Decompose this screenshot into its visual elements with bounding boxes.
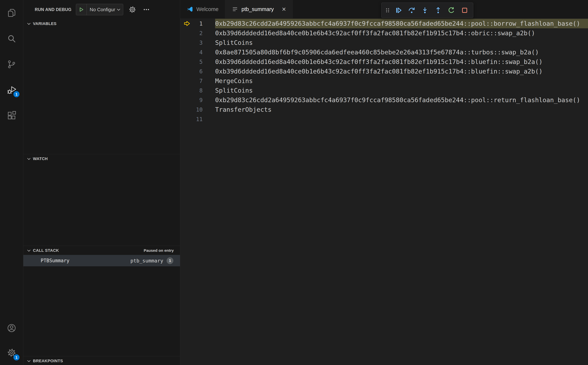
activity-item-source-control[interactable] <box>0 51 23 77</box>
line-text: 0x8ae871505a80d8bf6bf9c05906cda6edfeea46… <box>215 47 588 57</box>
step-out-button[interactable] <box>432 4 445 17</box>
line-text: MergeCoins <box>215 76 588 86</box>
activity-item-manage[interactable]: 1 <box>0 340 23 365</box>
code-editor[interactable]: 1 0xb29d83c26cdd2a64959263abbcfc4a6937f0… <box>180 18 588 365</box>
step-over-icon <box>408 7 415 14</box>
ellipsis-icon <box>143 6 150 13</box>
line-number: 3 <box>191 40 203 46</box>
chevron-down-icon <box>26 358 31 364</box>
line-number: 8 <box>191 87 203 94</box>
debug-badge: 1 <box>13 91 20 98</box>
line-text: SplitCoins <box>215 38 588 47</box>
source-control-icon <box>7 60 16 69</box>
chevron-down-icon <box>26 248 31 253</box>
code-line[interactable]: 8 SplitCoins <box>180 86 588 95</box>
editor-area: Welcome ptb_summary × <box>180 0 588 365</box>
stack-frame-row[interactable]: PTBSummary ptb_summary 1 <box>23 255 180 266</box>
step-into-button[interactable] <box>418 4 432 17</box>
sidebar-header: RUN AND DEBUG No Configur <box>23 0 180 19</box>
activity-item-accounts[interactable] <box>0 316 23 340</box>
code-line[interactable]: 6 0xb39d6dddedd16ed8a40ce0b1e6b43c92acf0… <box>180 67 588 76</box>
breakpoint-gutter[interactable] <box>180 67 191 76</box>
stop-button[interactable] <box>458 4 471 17</box>
breakpoint-gutter[interactable] <box>180 47 191 57</box>
debug-toolbar <box>381 3 473 18</box>
search-icon <box>7 34 16 43</box>
debug-settings-button[interactable] <box>128 5 137 14</box>
call-stack-section: CALL STACK Paused on entry PTBSummary pt… <box>23 246 180 356</box>
tab-label: Welcome <box>196 6 219 12</box>
manage-badge: 1 <box>13 354 20 361</box>
step-into-icon <box>421 7 428 14</box>
variables-section: VARIABLES <box>23 19 180 154</box>
watch-section-header[interactable]: WATCH <box>23 154 180 163</box>
files-icon <box>7 8 16 18</box>
call-stack-section-label: CALL STACK <box>33 248 59 253</box>
breakpoints-section-header[interactable]: BREAKPOINTS <box>23 356 180 365</box>
code-line[interactable]: 7 MergeCoins <box>180 76 588 86</box>
restart-button[interactable] <box>445 4 458 17</box>
start-debugging-button[interactable] <box>76 4 87 15</box>
breakpoints-section-label: BREAKPOINTS <box>33 358 63 363</box>
line-text: TransferObjects <box>215 105 588 114</box>
line-text: SplitCoins <box>215 86 588 95</box>
line-number: 11 <box>191 116 203 122</box>
breakpoint-gutter[interactable] <box>180 95 191 105</box>
breakpoint-gutter[interactable] <box>180 114 191 124</box>
activity-item-search[interactable] <box>0 26 23 51</box>
gear-icon <box>128 6 136 14</box>
line-number: 1 <box>191 21 203 27</box>
activity-item-explorer[interactable] <box>0 0 23 26</box>
chevron-down-icon <box>116 7 121 12</box>
close-tab-icon[interactable]: × <box>282 6 286 13</box>
code-line[interactable]: 11 <box>180 114 588 124</box>
breakpoint-gutter[interactable] <box>180 19 191 28</box>
line-number: 6 <box>191 68 203 75</box>
activity-item-extensions[interactable] <box>0 103 23 129</box>
code-line[interactable]: 2 0xb39d6dddedd16ed8a40ce0b1e6b43c92acf0… <box>180 28 588 38</box>
breakpoint-gutter[interactable] <box>180 76 191 86</box>
editor-lines: 1 0xb29d83c26cdd2a64959263abbcfc4a6937f0… <box>180 19 588 124</box>
activity-bar: 1 <box>0 0 23 365</box>
line-text: 0xb39d6dddedd16ed8a40ce0b1e6b43c92acf0ff… <box>215 28 588 38</box>
code-line[interactable]: 9 0xb29d83c26cdd2a64959263abbcfc4a6937f0… <box>180 95 588 105</box>
toolbar-drag-handle[interactable] <box>383 4 392 17</box>
line-text <box>215 114 588 124</box>
sidebar-title: RUN AND DEBUG <box>35 7 71 12</box>
line-number: 10 <box>191 106 203 113</box>
code-line[interactable]: 10 TransferObjects <box>180 105 588 114</box>
line-text: 0xb29d83c26cdd2a64959263abbcfc4a6937f0c9… <box>215 19 588 28</box>
breakpoint-gutter[interactable] <box>180 86 191 95</box>
gripper-icon <box>384 7 391 14</box>
stack-frame-source: ptb_summary <box>130 258 163 264</box>
file-icon <box>232 6 238 12</box>
continue-button[interactable] <box>392 4 405 17</box>
restart-icon <box>448 7 455 14</box>
config-dropdown-label: No Configur <box>90 7 115 13</box>
breakpoints-section: BREAKPOINTS <box>23 356 180 365</box>
code-line[interactable]: 5 0xb39d6dddedd16ed8a40ce0b1e6b43c92acf0… <box>180 57 588 67</box>
step-over-button[interactable] <box>405 4 418 17</box>
run-and-debug-sidebar: RUN AND DEBUG No Configur <box>23 0 180 365</box>
breakpoint-gutter[interactable] <box>180 105 191 114</box>
variables-section-header[interactable]: VARIABLES <box>23 19 180 28</box>
line-number: 4 <box>191 49 203 56</box>
code-line[interactable]: 4 0x8ae871505a80d8bf6bf9c05906cda6edfeea… <box>180 47 588 57</box>
code-line[interactable]: 1 0xb29d83c26cdd2a64959263abbcfc4a6937f0… <box>180 19 588 28</box>
tab-ptb-summary[interactable]: ptb_summary × <box>225 0 293 18</box>
code-line[interactable]: 3 SplitCoins <box>180 38 588 47</box>
breakpoint-gutter[interactable] <box>180 28 191 38</box>
watch-section: WATCH <box>23 154 180 246</box>
call-stack-section-header[interactable]: CALL STACK Paused on entry <box>23 246 180 255</box>
breakpoint-gutter[interactable] <box>180 38 191 47</box>
variables-section-label: VARIABLES <box>33 21 57 26</box>
step-out-icon <box>435 7 442 14</box>
chevron-down-icon <box>26 21 31 26</box>
tab-welcome[interactable]: Welcome <box>180 0 225 18</box>
breakpoint-gutter[interactable] <box>180 57 191 67</box>
vscode-window: 1 <box>0 0 588 365</box>
config-dropdown[interactable]: No Configur <box>87 7 123 13</box>
debug-current-line-arrow-icon <box>184 21 190 26</box>
more-actions-button[interactable] <box>142 5 151 14</box>
activity-item-run-and-debug[interactable]: 1 <box>0 77 23 103</box>
